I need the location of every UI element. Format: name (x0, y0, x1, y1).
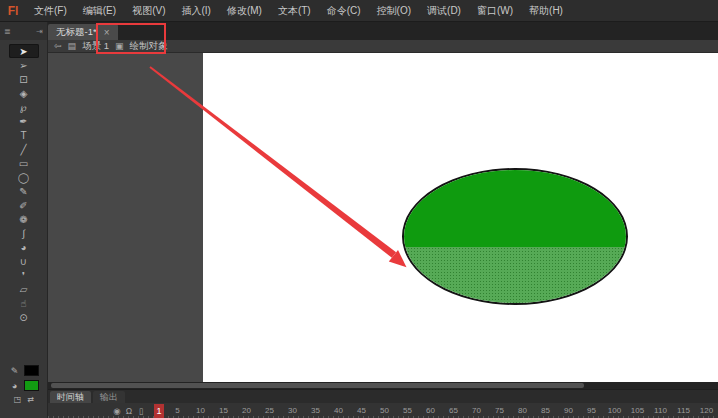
outline-icon[interactable]: ▯ (136, 406, 146, 416)
lock-icon[interactable]: Ω (124, 406, 134, 416)
close-tab-icon[interactable]: × (104, 27, 110, 38)
3d-rotation-tool[interactable]: ◈ (9, 86, 39, 100)
pasteboard (48, 53, 203, 382)
frame-number: 45 (350, 406, 373, 415)
tool-list: ➤ ➢ ⊡ ◈ ℘ ✒ (0, 40, 47, 324)
tools-panel-header: ≣ ⇥ (0, 22, 47, 40)
frame-number: 70 (465, 406, 488, 415)
oval-tool[interactable]: ◯ (9, 170, 39, 184)
ink-bottle-tool[interactable]: ∪ (9, 254, 39, 268)
subselection-tool[interactable]: ➢ (9, 58, 39, 72)
bone-tool[interactable]: ∫ (9, 226, 39, 240)
stroke-color-icon: ✎ (10, 366, 20, 376)
flash-window: Fl 文件(F)编辑(E)视图(V)插入(I)修改(M)文本(T)命令(C)控制… (0, 0, 718, 418)
frame-number: 90 (557, 406, 580, 415)
menu-item[interactable]: 插入(I) (173, 0, 218, 22)
menu-bar: Fl 文件(F)编辑(E)视图(V)插入(I)修改(M)文本(T)命令(C)控制… (0, 0, 718, 22)
frame-number: 40 (327, 406, 350, 415)
frame-number: 20 (235, 406, 258, 415)
frame-numbers: 5101520253035404550556065707580859095100… (166, 406, 718, 415)
panel-grip-icon: ≣ (4, 27, 11, 36)
tab-output[interactable]: 输出 (93, 391, 125, 403)
frame-number: 15 (212, 406, 235, 415)
tab-timeline[interactable]: 时间轴 (50, 391, 91, 403)
rectangle-tool[interactable]: ▭ (9, 156, 39, 170)
frame-ruler[interactable]: ◉Ω▯ 1 5101520253035404550556065707580859… (48, 403, 718, 418)
green-ellipse-shape[interactable] (402, 168, 628, 305)
drawing-object-icon: ▣ (115, 41, 124, 51)
frame-number: 5 (166, 406, 189, 415)
bottom-panel: 时间轴输出 ◉Ω▯ 1 5101520253035404550556065707… (48, 382, 718, 418)
eraser-tool[interactable]: ▱ (9, 282, 39, 296)
frame-number: 95 (580, 406, 603, 415)
selection-tool[interactable]: ➤ (9, 44, 39, 58)
fill-color-swatch[interactable] (24, 380, 39, 391)
zoom-tool[interactable]: ⊙ (9, 310, 39, 324)
menu-item[interactable]: 视图(V) (124, 0, 173, 22)
document-tab-bar: 无标题-1* × (48, 22, 718, 40)
frame-number: 120 (695, 406, 718, 415)
brush-tool[interactable]: ✐ (9, 198, 39, 212)
frame-number: 110 (649, 406, 672, 415)
frame-number: 105 (626, 406, 649, 415)
back-arrow-icon[interactable]: ⇦ (54, 41, 62, 51)
swatch-options-row: ◳ ⇄ (0, 393, 48, 406)
breadcrumb-drawing-object: 绘制对象 (130, 40, 168, 53)
layer-icon-headers: ◉Ω▯ (112, 406, 148, 416)
breadcrumb-scene[interactable]: 场景 1 (82, 40, 109, 53)
menu-item[interactable]: 编辑(E) (75, 0, 124, 22)
frame-number: 30 (281, 406, 304, 415)
color-swatches: ✎ ◕ ◳ ⇄ (0, 363, 48, 406)
menu-item[interactable]: 命令(C) (319, 0, 369, 22)
pen-tool[interactable]: ✒ (9, 114, 39, 128)
menu-item[interactable]: 文件(F) (26, 0, 75, 22)
frame-number: 55 (396, 406, 419, 415)
visibility-icon[interactable]: ◉ (112, 406, 122, 416)
menu-item[interactable]: 帮助(H) (521, 0, 571, 22)
hand-tool[interactable]: ☝ (9, 296, 39, 310)
swap-colors-icon[interactable]: ⇄ (27, 395, 34, 404)
app-logo-icon: Fl (0, 4, 26, 18)
text-tool[interactable]: T (9, 128, 39, 142)
paint-bucket-tool[interactable]: ◕ (9, 240, 39, 254)
horizontal-scrollbar[interactable] (48, 382, 718, 390)
frame-number: 75 (488, 406, 511, 415)
deco-tool[interactable]: ❁ (9, 212, 39, 226)
menu-item[interactable]: 窗口(W) (469, 0, 521, 22)
menu-item[interactable]: 修改(M) (219, 0, 270, 22)
eyedropper-tool[interactable]: ❜ (9, 268, 39, 282)
document-tab[interactable]: 无标题-1* × (48, 24, 118, 40)
menu-items: 文件(F)编辑(E)视图(V)插入(I)修改(M)文本(T)命令(C)控制(O)… (26, 0, 571, 22)
stroke-color-row: ✎ (0, 363, 48, 378)
stroke-color-swatch[interactable] (24, 365, 39, 376)
edit-bar: ⇦ ▤ 场景 1 ▣ 绘制对象 (48, 40, 718, 53)
frame-number: 85 (534, 406, 557, 415)
fill-color-icon: ◕ (10, 381, 20, 391)
frame-number: 80 (511, 406, 534, 415)
frame-number: 25 (258, 406, 281, 415)
fill-color-row: ◕ (0, 378, 48, 393)
menu-item[interactable]: 文本(T) (270, 0, 319, 22)
lasso-tool[interactable]: ℘ (9, 100, 39, 114)
tools-panel: ≣ ⇥ ➤ ➢ ⊡ ◈ ℘ (0, 22, 48, 418)
menu-item[interactable]: 控制(O) (369, 0, 419, 22)
frame-number: 35 (304, 406, 327, 415)
pencil-tool[interactable]: ✎ (9, 184, 39, 198)
playhead[interactable]: 1 (154, 404, 164, 418)
scene-icon: ▤ (68, 41, 77, 51)
timeline-panel-tabs: 时间轴输出 (48, 390, 718, 403)
collapse-panel-icon[interactable]: ⇥ (36, 27, 43, 36)
menu-item[interactable]: 调试(D) (419, 0, 469, 22)
scrollbar-thumb[interactable] (51, 383, 584, 388)
document-tab-title: 无标题-1* (56, 26, 97, 39)
frame-number: 10 (189, 406, 212, 415)
frame-number: 115 (672, 406, 695, 415)
frame-number: 50 (373, 406, 396, 415)
frame-number: 100 (603, 406, 626, 415)
frame-number: 60 (419, 406, 442, 415)
line-tool[interactable]: ╱ (9, 142, 39, 156)
default-colors-icon[interactable]: ◳ (14, 395, 22, 404)
free-transform-tool[interactable]: ⊡ (9, 72, 39, 86)
frame-number: 65 (442, 406, 465, 415)
